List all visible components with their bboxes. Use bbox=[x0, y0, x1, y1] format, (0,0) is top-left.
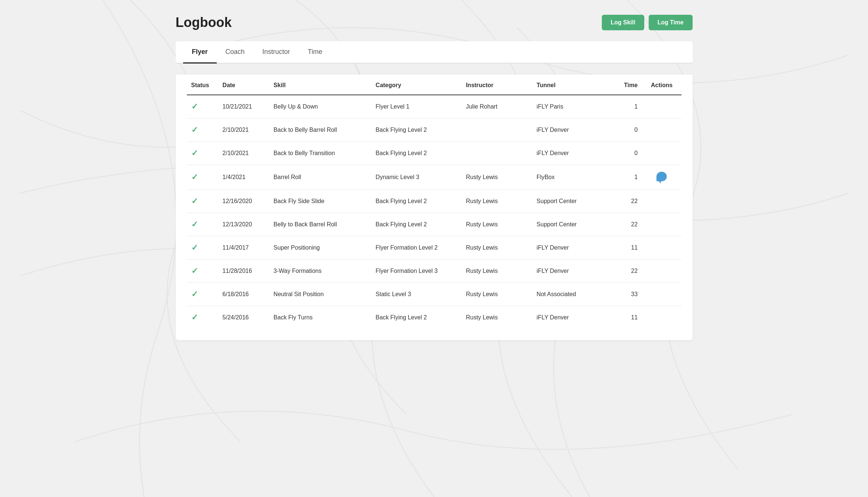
cell-skill: Back Fly Side Slide bbox=[269, 190, 371, 213]
cell-date: 12/13/2020 bbox=[218, 213, 269, 236]
cell-instructor: Rusty Lewis bbox=[462, 213, 532, 236]
cell-skill: 3-Way Formations bbox=[269, 260, 371, 283]
cell-tunnel: Support Center bbox=[532, 213, 611, 236]
tab-coach[interactable]: Coach bbox=[217, 41, 254, 64]
cell-tunnel: iFLY Paris bbox=[532, 95, 611, 119]
cell-date: 12/16/2020 bbox=[218, 190, 269, 213]
cell-actions bbox=[642, 95, 681, 119]
cell-status: ✓ bbox=[187, 283, 218, 306]
main-content: Flyer Coach Instructor Time Status Date … bbox=[176, 41, 693, 340]
cell-category: Flyer Level 1 bbox=[371, 95, 462, 119]
page-title: Logbook bbox=[176, 15, 232, 30]
cell-tunnel: iFLY Denver bbox=[532, 306, 611, 329]
col-header-tunnel: Tunnel bbox=[532, 75, 611, 95]
cell-time: 11 bbox=[611, 236, 642, 260]
table-row: ✓11/4/2017Super PositioningFlyer Formati… bbox=[187, 236, 682, 260]
cell-status: ✓ bbox=[187, 190, 218, 213]
cell-tunnel: iFLY Denver bbox=[532, 260, 611, 283]
cell-actions bbox=[642, 236, 681, 260]
cell-status: ✓ bbox=[187, 213, 218, 236]
cell-status: ✓ bbox=[187, 260, 218, 283]
check-icon: ✓ bbox=[191, 266, 198, 275]
cell-instructor bbox=[462, 142, 532, 165]
check-icon: ✓ bbox=[191, 289, 198, 299]
cell-actions bbox=[642, 190, 681, 213]
cell-status: ✓ bbox=[187, 165, 218, 190]
check-icon: ✓ bbox=[191, 196, 198, 206]
cell-date: 5/24/2016 bbox=[218, 306, 269, 329]
cell-date: 11/4/2017 bbox=[218, 236, 269, 260]
cell-actions bbox=[642, 119, 681, 142]
tab-instructor[interactable]: Instructor bbox=[254, 41, 299, 64]
col-header-time: Time bbox=[611, 75, 642, 95]
check-icon: ✓ bbox=[191, 125, 198, 134]
col-header-date: Date bbox=[218, 75, 269, 95]
cell-actions bbox=[642, 213, 681, 236]
table-row: ✓11/28/20163-Way FormationsFlyer Formati… bbox=[187, 260, 682, 283]
table-header: Status Date Skill Category Instructor Tu… bbox=[187, 75, 682, 95]
page-header: Logbook Log Skill Log Time bbox=[176, 15, 693, 30]
cell-instructor: Rusty Lewis bbox=[462, 306, 532, 329]
cell-tunnel: iFLY Denver bbox=[532, 119, 611, 142]
tab-flyer[interactable]: Flyer bbox=[183, 41, 217, 64]
cell-category: Dynamic Level 3 bbox=[371, 165, 462, 190]
cell-instructor: Rusty Lewis bbox=[462, 165, 532, 190]
cell-status: ✓ bbox=[187, 119, 218, 142]
cell-instructor: Rusty Lewis bbox=[462, 236, 532, 260]
table-row: ✓12/13/2020Belly to Back Barrel RollBack… bbox=[187, 213, 682, 236]
cell-time: 1 bbox=[611, 95, 642, 119]
cell-instructor: Rusty Lewis bbox=[462, 190, 532, 213]
cell-status: ✓ bbox=[187, 95, 218, 119]
header-actions: Log Skill Log Time bbox=[602, 15, 693, 30]
cell-actions bbox=[642, 283, 681, 306]
cell-date: 11/28/2016 bbox=[218, 260, 269, 283]
cell-tunnel: Not Associated bbox=[532, 283, 611, 306]
tabs-container: Flyer Coach Instructor Time bbox=[176, 41, 693, 64]
table-row: ✓2/10/2021Back to Belly TransitionBack F… bbox=[187, 142, 682, 165]
check-icon: ✓ bbox=[191, 243, 198, 252]
cell-category: Back Flying Level 2 bbox=[371, 190, 462, 213]
cell-skill: Belly Up & Down bbox=[269, 95, 371, 119]
cell-tunnel: iFLY Denver bbox=[532, 236, 611, 260]
col-header-category: Category bbox=[371, 75, 462, 95]
cell-time: 33 bbox=[611, 283, 642, 306]
col-header-status: Status bbox=[187, 75, 218, 95]
check-icon: ✓ bbox=[191, 148, 198, 158]
cell-time: 1 bbox=[611, 165, 642, 190]
cell-category: Flyer Formation Level 3 bbox=[371, 260, 462, 283]
cell-time: 0 bbox=[611, 142, 642, 165]
cell-date: 2/10/2021 bbox=[218, 119, 269, 142]
cell-category: Back Flying Level 2 bbox=[371, 119, 462, 142]
cell-skill: Super Positioning bbox=[269, 236, 371, 260]
cell-category: Flyer Formation Level 2 bbox=[371, 236, 462, 260]
table-row: ✓12/16/2020Back Fly Side SlideBack Flyin… bbox=[187, 190, 682, 213]
cell-skill: Back to Belly Transition bbox=[269, 142, 371, 165]
check-icon: ✓ bbox=[191, 220, 198, 229]
tab-time[interactable]: Time bbox=[299, 41, 331, 64]
table-container: Status Date Skill Category Instructor Tu… bbox=[176, 75, 693, 340]
cell-time: 22 bbox=[611, 213, 642, 236]
cell-time: 22 bbox=[611, 260, 642, 283]
col-header-skill: Skill bbox=[269, 75, 371, 95]
comment-icon[interactable] bbox=[656, 172, 667, 181]
cell-tunnel: Support Center bbox=[532, 190, 611, 213]
table-row: ✓2/10/2021Back to Belly Barrel RollBack … bbox=[187, 119, 682, 142]
col-header-actions: Actions bbox=[642, 75, 681, 95]
table-row: ✓6/18/2016Neutral Sit PositionStatic Lev… bbox=[187, 283, 682, 306]
cell-date: 6/18/2016 bbox=[218, 283, 269, 306]
cell-instructor bbox=[462, 119, 532, 142]
table-row: ✓5/24/2016Back Fly TurnsBack Flying Leve… bbox=[187, 306, 682, 329]
cell-skill: Back Fly Turns bbox=[269, 306, 371, 329]
cell-status: ✓ bbox=[187, 306, 218, 329]
cell-category: Static Level 3 bbox=[371, 283, 462, 306]
cell-status: ✓ bbox=[187, 236, 218, 260]
table-row: ✓1/4/2021Barrel RollDynamic Level 3Rusty… bbox=[187, 165, 682, 190]
cell-date: 2/10/2021 bbox=[218, 142, 269, 165]
log-skill-button[interactable]: Log Skill bbox=[602, 15, 644, 30]
cell-time: 0 bbox=[611, 119, 642, 142]
log-time-button[interactable]: Log Time bbox=[649, 15, 693, 30]
check-icon: ✓ bbox=[191, 172, 198, 182]
col-header-instructor: Instructor bbox=[462, 75, 532, 95]
check-icon: ✓ bbox=[191, 102, 198, 111]
cell-time: 11 bbox=[611, 306, 642, 329]
